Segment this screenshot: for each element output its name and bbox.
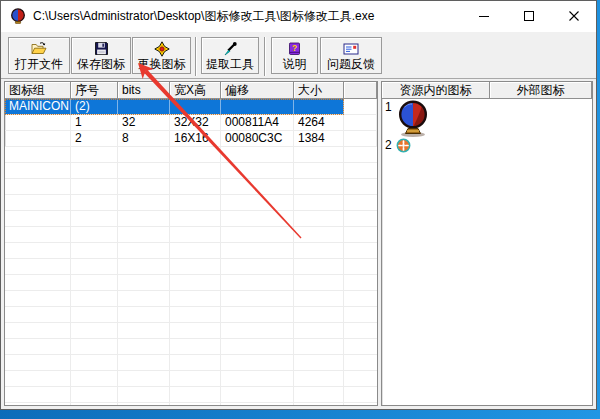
col-header-external-icons: 外部图标: [490, 82, 592, 99]
resource-icon-row-2[interactable]: 2: [382, 138, 592, 153]
mainicon-sphere-icon: [396, 100, 430, 138]
cell-index: 1: [71, 115, 118, 131]
help-button[interactable]: ? 说明: [271, 37, 318, 74]
close-button[interactable]: [551, 1, 596, 31]
open-file-button[interactable]: 打开文件: [8, 37, 70, 74]
minimize-button[interactable]: [461, 1, 506, 31]
toolbar: 打开文件 保存图标: [1, 31, 596, 79]
col-header-index: 序号: [71, 82, 118, 99]
cell-icon-group: MAINICON: [5, 99, 71, 115]
cell-bits: 8: [118, 131, 170, 147]
resource-header-row: 资源内的图标 外部图标: [382, 82, 592, 99]
col-header-resource-icons: 资源内的图标: [382, 82, 490, 99]
cell-stub: [344, 99, 377, 115]
cell-dimensions: 32X32: [170, 115, 221, 131]
button-label: 说明: [283, 57, 307, 71]
svg-text:?: ?: [292, 43, 297, 53]
cell-index: (2): [71, 99, 118, 115]
cell-icon-group: [5, 115, 71, 131]
button-label: 问题反馈: [327, 57, 375, 71]
cell-bits: 32: [118, 115, 170, 131]
window-controls: [461, 1, 596, 31]
cell-size: 1384: [294, 131, 344, 147]
app-window: C:\Users\Administrator\Desktop\图标修改工具\图标…: [0, 0, 597, 410]
titlebar: C:\Users\Administrator\Desktop\图标修改工具\图标…: [1, 1, 596, 31]
cell-stub: [344, 131, 377, 147]
cell-size: 4264: [294, 115, 344, 131]
maximize-button[interactable]: [506, 1, 551, 31]
col-header-dimensions: 宽X高: [170, 82, 221, 99]
col-header-size: 大小: [294, 82, 344, 99]
toolbar-separator: [264, 37, 266, 76]
cell-offset: 00080C3C: [221, 131, 294, 147]
icon-table-panel: 图标组 序号 bits 宽X高 偏移 大小 MAINICON (2): [4, 81, 378, 406]
col-header-stub: [344, 82, 377, 99]
button-label: 打开文件: [15, 57, 63, 71]
help-book-icon: ?: [287, 40, 302, 57]
button-label: 更换图标: [138, 57, 186, 71]
window-title: C:\Users\Administrator\Desktop\图标修改工具\图标…: [33, 8, 461, 25]
button-label: 保存图标: [77, 57, 125, 71]
app-sphere-icon: [10, 8, 26, 24]
cell-icon-group: [5, 131, 71, 147]
table-row-icon-1[interactable]: 1 32 32X32 000811A4 4264: [5, 115, 377, 131]
resource-icon-index: 2: [385, 138, 395, 153]
col-header-offset: 偏移: [221, 82, 294, 99]
cell-dimensions: [170, 99, 221, 115]
open-folder-icon: [31, 40, 47, 57]
table-empty-area: [5, 147, 377, 405]
cell-index: 2: [71, 131, 118, 147]
cell-size: [294, 99, 344, 115]
replace-diamond-icon: [154, 40, 170, 57]
col-header-bits: bits: [118, 82, 170, 99]
cell-offset: [221, 99, 294, 115]
extract-tool-button[interactable]: 提取工具: [201, 37, 259, 74]
cell-bits: [118, 99, 170, 115]
cell-dimensions: 16X16: [170, 131, 221, 147]
cell-offset: 000811A4: [221, 115, 294, 131]
toolbar-separator: [195, 37, 197, 76]
resource-icons-panel: 资源内的图标 外部图标 1: [381, 81, 593, 406]
mainicon-buoy-icon: [396, 138, 411, 153]
main-area: 图标组 序号 bits 宽X高 偏移 大小 MAINICON (2): [2, 79, 595, 408]
button-label: 提取工具: [206, 57, 254, 71]
eyedropper-icon: [222, 40, 238, 57]
resource-icon-row-1[interactable]: 1: [382, 99, 592, 138]
resource-icon-index: 1: [385, 100, 395, 115]
cell-stub: [344, 115, 377, 131]
table-row-mainicon[interactable]: MAINICON (2): [5, 99, 377, 115]
col-header-icon-group: 图标组: [5, 82, 71, 99]
save-floppy-icon: [94, 40, 109, 57]
table-row-icon-2[interactable]: 2 8 16X16 00080C3C 1384: [5, 131, 377, 147]
table-header-row: 图标组 序号 bits 宽X高 偏移 大小: [5, 82, 377, 99]
replace-icon-button[interactable]: 更换图标: [132, 37, 191, 74]
feedback-button[interactable]: 问题反馈: [320, 37, 382, 74]
feedback-mail-icon: [343, 40, 359, 57]
save-icon-button[interactable]: 保存图标: [71, 37, 131, 74]
